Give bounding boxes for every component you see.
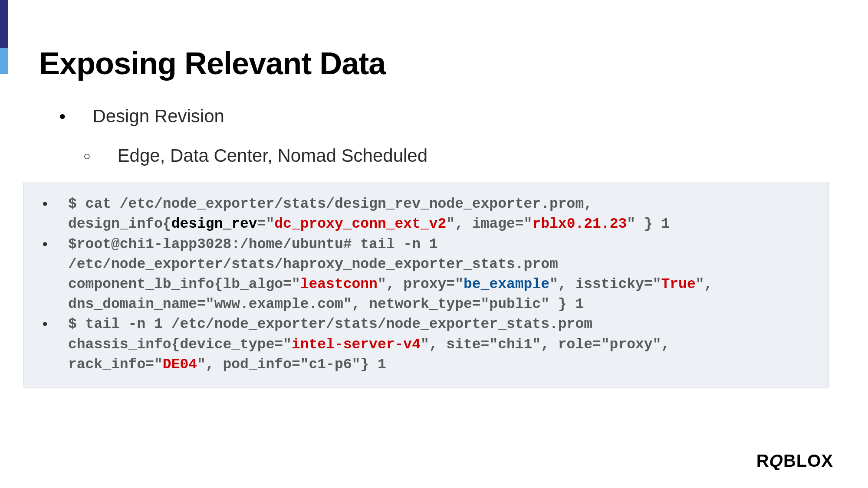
code-metric-1c: ="	[257, 216, 275, 232]
slide-content: Exposing Relevant Data Design Revision E…	[0, 0, 868, 387]
code-block: $ cat /etc/node_exporter/stats/design_re…	[23, 182, 829, 387]
code-item-1: $ cat /etc/node_exporter/stats/design_re…	[42, 194, 810, 234]
accent-bar-light	[0, 48, 8, 74]
code-val-2a: leastconn	[300, 276, 378, 292]
code-item-3: $ tail -n 1 /etc/node_exporter/stats/nod…	[42, 314, 810, 375]
accent-bar-dark	[0, 0, 8, 48]
code-cmd-3: $ tail -n 1 /etc/node_exporter/stats/nod…	[68, 316, 592, 332]
code-metric-2b: ", proxy="	[378, 276, 464, 292]
code-val-3b: DE04	[163, 357, 197, 373]
code-val-3a: intel-server-v4	[292, 337, 421, 353]
code-key-1: design_rev	[171, 216, 257, 232]
code-metric-3a: chassis_info{device_type="	[68, 337, 292, 353]
code-list: $ cat /etc/node_exporter/stats/design_re…	[42, 194, 810, 375]
code-metric-1a: design_info{	[68, 216, 171, 232]
logo-text: RQBLOX	[756, 451, 833, 470]
code-metric-1d: ", image="	[446, 216, 532, 232]
sub-list: Edge, Data Center, Nomad Scheduled	[59, 141, 829, 170]
code-item-2: $root@chi1-lapp3028:/home/ubuntu# tail -…	[42, 235, 810, 315]
code-val-1b: rblx0.21.23	[532, 216, 627, 232]
code-val-2b: be_example	[464, 276, 549, 292]
bullet-main: Design Revision Edge, Data Center, Nomad…	[39, 102, 829, 170]
bullet-sub: Edge, Data Center, Nomad Scheduled	[59, 141, 829, 170]
code-val-2c: True	[661, 276, 695, 292]
brand-logo: RQBLOX	[756, 451, 833, 471]
page-title: Exposing Relevant Data	[39, 46, 829, 81]
bullet-main-text: Design Revision	[92, 106, 224, 126]
code-metric-1e: " } 1	[627, 216, 670, 232]
code-cmd-1: $ cat /etc/node_exporter/stats/design_re…	[68, 196, 592, 212]
code-val-1a: dc_proxy_conn_ext_v2	[274, 216, 446, 232]
code-cmd-2: $root@chi1-lapp3028:/home/ubuntu# tail -…	[68, 236, 558, 272]
code-metric-3c: ", pod_info="c1-p6"} 1	[197, 357, 386, 373]
bullet-sub-text: Edge, Data Center, Nomad Scheduled	[118, 145, 427, 166]
code-metric-2c: ", issticky="	[549, 276, 661, 292]
code-metric-2a: component_lb_info{lb_algo="	[68, 276, 300, 292]
bullet-list: Design Revision Edge, Data Center, Nomad…	[39, 102, 829, 170]
